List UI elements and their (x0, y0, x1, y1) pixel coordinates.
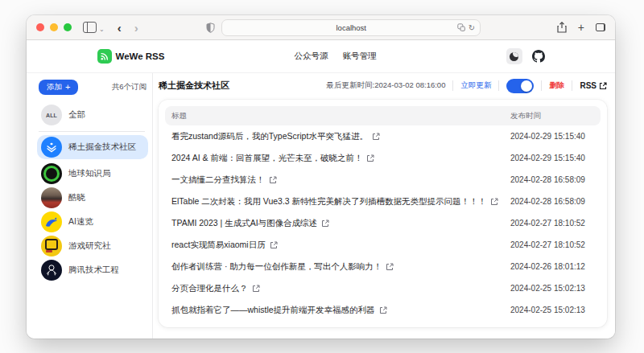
article-time: 2024-02-25 15:02:13 (510, 306, 594, 314)
brand[interactable]: WeWe RSS (97, 49, 165, 64)
juejin-avatar (41, 137, 62, 158)
privacy-shield-icon[interactable] (206, 23, 215, 33)
column-header-time: 发布时间 (510, 111, 594, 121)
external-link-icon[interactable] (379, 306, 387, 314)
external-link-icon[interactable] (270, 241, 278, 249)
tab-overview-icon[interactable] (596, 23, 605, 31)
reload-icon[interactable]: ↻ (469, 23, 475, 32)
article-title[interactable]: TPAMI 2023 | 生成式AI与图像合成综述 (171, 218, 317, 229)
article-time: 2024-02-27 18:10:52 (510, 219, 594, 228)
ai-digest-avatar (41, 211, 62, 232)
external-link-icon[interactable] (269, 176, 277, 184)
url-text: localhost (222, 23, 480, 32)
article-title[interactable]: 一文搞懂二分查找算法！ (171, 174, 265, 186)
article-time: 2024-02-26 18:01:12 (510, 262, 594, 271)
traffic-lights (36, 23, 72, 31)
external-link-icon[interactable] (386, 263, 394, 271)
external-link-icon[interactable] (321, 220, 329, 228)
all-feeds-avatar: ALL (41, 105, 62, 125)
table-header: 标题 发布时间 (165, 106, 601, 125)
article-time: 2024-02-28 16:58:09 (510, 197, 594, 206)
divider (541, 80, 542, 91)
article-title[interactable]: ElTable 二次封装：我用 Vue3.3 新特性完美解决了列插槽数据无类型提… (171, 196, 486, 207)
rss-link[interactable]: RSS (580, 81, 607, 90)
delete-button[interactable]: 删除 (549, 80, 564, 91)
game-research-avatar (41, 236, 62, 257)
external-link-icon[interactable] (366, 154, 374, 162)
new-tab-button[interactable]: + (578, 21, 584, 34)
github-icon[interactable] (532, 50, 545, 63)
divider (498, 80, 499, 91)
table-row[interactable]: 抓包就指着它了——whistle提升前端开发幸福感的利器 2024-02-25 … (165, 299, 601, 321)
article-title[interactable]: 创作者训练营 · 助力每一位创作新星，写出个人影响力！ (171, 261, 382, 273)
address-bar[interactable]: localhost ↻ (221, 19, 481, 36)
chevron-down-icon[interactable]: ⌄ (99, 26, 105, 33)
divider (572, 80, 572, 91)
external-link-icon[interactable] (490, 198, 498, 206)
article-time: 2024-02-25 15:02:13 (510, 284, 594, 293)
table-row[interactable]: TPAMI 2023 | 生成式AI与图像合成综述 2024-02-27 18:… (165, 212, 601, 234)
articles-table: 标题 发布时间 看完zustand源码后，我的TypeScript水平突飞猛进。… (159, 100, 607, 327)
article-time: 2024-02-28 16:58:09 (510, 175, 594, 184)
minimize-window-button[interactable] (50, 23, 58, 31)
article-title[interactable]: 分页合理化是什么？ (171, 283, 248, 294)
sidebar-item-diqiu[interactable]: 地球知识局 (37, 162, 148, 186)
table-row[interactable]: 看完zustand源码后，我的TypeScript水平突飞猛进。 2024-02… (165, 125, 601, 147)
rss-link-label: RSS (580, 81, 597, 90)
table-row[interactable]: react实现简易xiaomi日历 2024-02-27 18:10:52 (165, 234, 601, 256)
feed-enabled-toggle[interactable] (506, 79, 534, 93)
subscriptions-sidebar: 添加 + 共6个订阅 ALL 全部 稀土掘金技术社区 (27, 73, 153, 339)
toggle-knob (521, 80, 532, 92)
table-row[interactable]: 创作者训练营 · 助力每一位创作新星，写出个人影响力！ 2024-02-26 1… (165, 256, 601, 277)
update-now-button[interactable]: 立即更新 (460, 80, 491, 91)
article-title[interactable]: 2024 AI & 前端：回首展望，光芒未至，破晓之前！ (171, 153, 362, 164)
page-tools-icon[interactable] (457, 23, 465, 31)
table-row[interactable]: 2024 AI & 前端：回首展望，光芒未至，破晓之前！ 2024-02-29 … (165, 147, 601, 169)
share-icon[interactable] (557, 22, 567, 33)
sidebar-item-label: 游戏研究社 (68, 240, 111, 252)
zoom-window-button[interactable] (64, 23, 72, 31)
browser-toolbar: ⌄ ‹ › localhost ↻ + (27, 15, 615, 40)
moon-icon (510, 52, 518, 61)
sidebar-item-juejin[interactable]: 稀土掘金技术社区 (37, 135, 148, 159)
sidebar-item-tencent[interactable]: 腾讯技术工程 (37, 258, 148, 282)
external-link-icon[interactable] (372, 133, 380, 141)
sidebar-item-kuxiao[interactable]: 酷晓 (37, 186, 148, 210)
table-row[interactable]: 一文搞懂二分查找算法！ 2024-02-28 16:58:09 (165, 169, 601, 191)
subscription-count: 共6个订阅 (112, 82, 147, 92)
column-header-title: 标题 (171, 111, 510, 121)
sidebar-item-label: AI速览 (68, 216, 93, 228)
external-link-icon[interactable] (252, 285, 260, 293)
sidebar-item-game[interactable]: 游戏研究社 (37, 234, 148, 258)
plus-icon: + (65, 83, 70, 92)
article-time: 2024-02-27 18:10:52 (510, 240, 594, 249)
nav-accounts-link[interactable]: 账号管理 (342, 51, 376, 62)
article-title[interactable]: 看完zustand源码后，我的TypeScript水平突飞猛进。 (171, 131, 368, 142)
penguin-avatar (41, 260, 62, 281)
sidebar-item-label: 地球知识局 (68, 168, 111, 179)
back-button[interactable]: ‹ (118, 21, 122, 35)
wewe-rss-app: WeWe RSS 公众号源 账号管理 添加 (27, 40, 615, 339)
brand-name: WeWe RSS (116, 51, 165, 61)
article-title[interactable]: react实现简易xiaomi日历 (171, 240, 266, 251)
add-subscription-button[interactable]: 添加 + (39, 80, 78, 95)
divider (452, 80, 453, 91)
nav-feeds-link[interactable]: 公众号源 (294, 51, 328, 62)
browser-window: ⌄ ‹ › localhost ↻ + (27, 15, 615, 339)
add-button-label: 添加 (47, 82, 62, 92)
article-time: 2024-02-29 15:15:40 (510, 132, 594, 141)
wewe-rss-logo-icon (97, 49, 112, 64)
sidebar-item-label: 全部 (68, 109, 85, 121)
sidebar-toggle-icon[interactable] (83, 22, 97, 33)
table-row[interactable]: 分页合理化是什么？ 2024-02-25 15:02:13 (165, 277, 601, 299)
close-window-button[interactable] (36, 23, 44, 31)
sidebar-item-all[interactable]: ALL 全部 (37, 103, 148, 127)
app-nav: 公众号源 账号管理 (164, 51, 506, 62)
dark-mode-toggle[interactable] (506, 48, 522, 64)
feed-title: 稀土掘金技术社区 (159, 80, 229, 92)
table-row[interactable]: ElTable 二次封装：我用 Vue3.3 新特性完美解决了列插槽数据无类型提… (165, 191, 601, 212)
sidebar-item-ai[interactable]: AI速览 (37, 210, 148, 234)
earth-avatar (41, 163, 62, 184)
article-title[interactable]: 抓包就指着它了——whistle提升前端开发幸福感的利器 (171, 305, 375, 316)
sidebar-item-label: 腾讯技术工程 (68, 265, 119, 276)
